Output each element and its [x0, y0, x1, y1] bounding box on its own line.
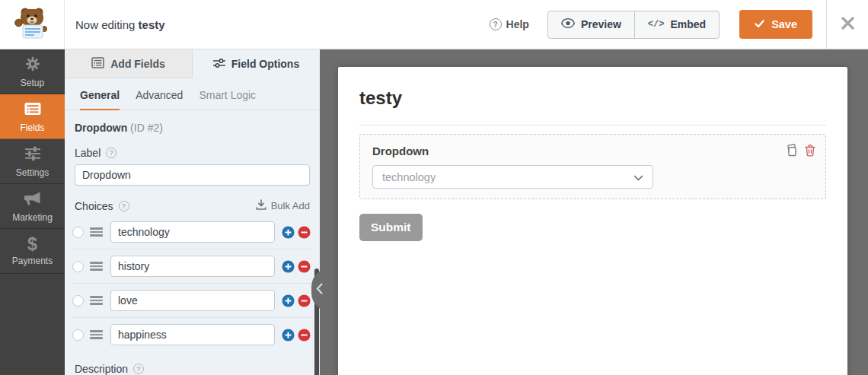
choices-heading: Choices ? Bulk Add — [75, 199, 310, 212]
field-options-panel: Add Fields Field Options General — [65, 49, 320, 375]
bulk-add-download-icon — [256, 199, 266, 212]
save-button[interactable]: Save — [739, 10, 812, 39]
drag-handle-icon[interactable] — [90, 330, 103, 339]
drag-handle-icon[interactable] — [90, 227, 103, 237]
field-actions — [785, 144, 815, 157]
form-preview-card: testy Dropdown — [338, 67, 847, 375]
form-preview-workspace: testy Dropdown — [320, 49, 868, 375]
field-title: Dropdown (ID #2) — [75, 122, 310, 134]
wpforms-bear-logo-icon — [13, 6, 51, 43]
fields-list-icon — [24, 100, 42, 119]
add-fields-list-icon — [91, 57, 104, 71]
dollar-icon: $ — [27, 236, 37, 253]
form-builder-app: Now editing testy ? Help Preview — [0, 0, 868, 375]
remove-choice-button[interactable] — [298, 329, 311, 342]
nav-item-payments[interactable]: $ Payments — [0, 229, 65, 274]
option-subtabs: General Advanced Smart Logic — [65, 78, 320, 110]
dropdown-select[interactable]: technology — [372, 165, 653, 189]
remove-choice-button[interactable] — [298, 260, 311, 273]
add-choice-button[interactable] — [282, 226, 295, 239]
builder-main: Setup Fields — [0, 49, 868, 375]
preview-embed-group: Preview </> Embed — [547, 11, 720, 39]
choice-input[interactable] — [110, 324, 275, 345]
choice-input[interactable] — [110, 221, 275, 243]
delete-field-button[interactable] — [805, 145, 815, 157]
form-name: testy — [139, 18, 165, 31]
nav-item-fields[interactable]: Fields — [0, 94, 65, 139]
choices-help-icon[interactable]: ? — [119, 201, 129, 211]
label-input[interactable] — [75, 164, 310, 186]
megaphone-icon — [24, 190, 42, 209]
choice-input[interactable] — [110, 290, 275, 311]
code-icon: </> — [648, 19, 665, 30]
topbar: Now editing testy ? Help Preview — [0, 0, 868, 49]
label-help-icon[interactable]: ? — [106, 148, 116, 158]
tab-add-fields[interactable]: Add Fields — [65, 49, 193, 78]
choice-default-radio[interactable] — [72, 261, 84, 272]
field-id: (ID #2) — [130, 122, 163, 134]
subtab-smart-logic[interactable]: Smart Logic — [199, 89, 256, 110]
remove-choice-button[interactable] — [298, 226, 311, 239]
description-heading: Description ? — [75, 363, 310, 375]
panel-tabs: Add Fields Field Options — [65, 49, 320, 78]
selected-option: technology — [382, 171, 436, 183]
help-icon: ? — [490, 18, 502, 30]
field-options-sliders-icon — [213, 58, 225, 71]
choice-row — [72, 249, 312, 283]
form-preview-title: testy — [359, 87, 826, 109]
dropdown-field-preview[interactable]: Dropdown — [359, 134, 826, 199]
duplicate-field-button[interactable] — [785, 144, 798, 157]
choice-default-radio[interactable] — [72, 329, 84, 341]
help-button[interactable]: ? Help — [490, 18, 529, 30]
preview-field-label: Dropdown — [372, 145, 813, 157]
submit-button-preview[interactable]: Submit — [359, 214, 423, 241]
tab-field-options[interactable]: Field Options — [193, 49, 320, 78]
add-choice-button[interactable] — [282, 294, 295, 307]
choice-default-radio[interactable] — [72, 295, 84, 307]
topbar-actions: ? Help Preview </> Embed — [490, 0, 868, 49]
nav-item-settings[interactable]: Settings — [0, 139, 65, 184]
builder-nav: Setup Fields — [0, 49, 65, 375]
embed-button[interactable]: </> Embed — [634, 11, 720, 39]
preview-button[interactable]: Preview — [547, 11, 635, 39]
choice-default-radio[interactable] — [72, 227, 84, 238]
nav-item-setup[interactable]: Setup — [0, 49, 65, 94]
choices-list — [72, 215, 312, 351]
choice-row — [72, 283, 312, 317]
choice-row — [72, 317, 312, 351]
subtab-advanced[interactable]: Advanced — [136, 89, 183, 110]
chevron-down-icon — [633, 171, 643, 183]
chevron-left-icon — [316, 283, 323, 297]
label-option-heading: Label ? — [75, 147, 310, 159]
remove-choice-button[interactable] — [298, 294, 311, 307]
app-logo — [0, 0, 65, 49]
subtab-general[interactable]: General — [80, 89, 120, 110]
description-help-icon[interactable]: ? — [133, 364, 144, 374]
choice-row — [72, 215, 312, 249]
add-choice-button[interactable] — [282, 260, 295, 273]
bulk-add-button[interactable]: Bulk Add — [256, 199, 310, 212]
close-builder-button[interactable] — [827, 0, 868, 49]
close-icon — [841, 16, 855, 33]
add-choice-button[interactable] — [282, 329, 295, 342]
now-editing-text: Now editing testy — [75, 18, 165, 31]
gear-icon — [24, 56, 41, 75]
title-divider — [359, 125, 826, 126]
checkmark-icon — [755, 18, 764, 30]
eye-icon — [561, 18, 575, 30]
sliders-icon — [24, 145, 42, 164]
nav-item-marketing[interactable]: Marketing — [0, 184, 65, 229]
choice-input[interactable] — [110, 256, 275, 277]
drag-handle-icon[interactable] — [90, 262, 103, 271]
drag-handle-icon[interactable] — [90, 296, 103, 305]
